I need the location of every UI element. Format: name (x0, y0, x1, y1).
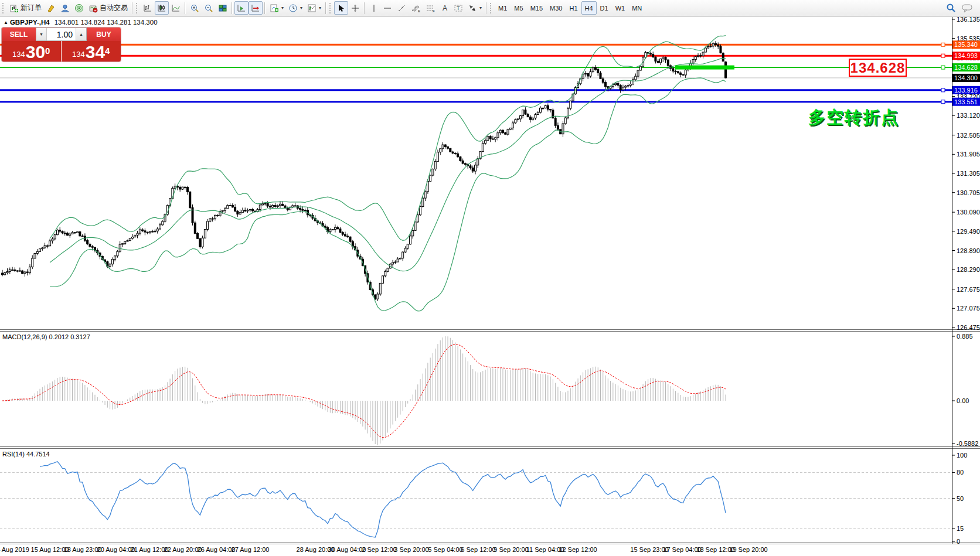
sell-price-sup: 0 (45, 41, 50, 61)
timeframe-d1-button[interactable]: D1 (597, 1, 612, 15)
channel-button[interactable]: E (409, 1, 423, 15)
time-axis[interactable]: 4 Aug 201915 Aug 12:0018 Aug 23:0020 Aug… (0, 545, 980, 555)
sell-button[interactable]: SELL (2, 28, 36, 41)
autotrade-icon (89, 4, 98, 13)
volume-decrease-button[interactable]: ▼ (36, 28, 47, 40)
time-axis-label: 17 Sep 04:00 (663, 546, 701, 553)
chart-canvas[interactable]: 136.135135.535134.920134.320133.720133.1… (0, 17, 980, 556)
y-axis-tick: 129.490 (957, 228, 980, 235)
y-axis-tick: 136.135 (957, 17, 980, 23)
timeframe-h4-button[interactable]: H4 (581, 1, 597, 15)
arrows-icon (468, 4, 477, 13)
new-order-button[interactable]: 新订单 (7, 1, 44, 15)
time-axis-label: 19 Sep 20:00 (729, 546, 767, 553)
toolbar-separator (264, 2, 266, 14)
timeframe-m30-button[interactable]: M30 (546, 1, 566, 15)
timeframe-m5-button[interactable]: M5 (511, 1, 526, 15)
rsi-axis-tick: 50 (957, 495, 964, 502)
line-handle[interactable] (941, 66, 945, 69)
cursor-button[interactable] (334, 1, 348, 15)
volume-value[interactable]: 1.00 (47, 28, 76, 40)
crayon-button[interactable] (44, 1, 58, 15)
new-order-icon (9, 4, 19, 13)
rsi-axis-tick: 80 (957, 469, 964, 476)
ohlc-values: 134.801 134.824 134.281 134.300 (55, 19, 158, 26)
tile-windows-button[interactable] (216, 1, 230, 15)
crosshair-icon (351, 4, 360, 13)
buy-price[interactable]: 134 34 4 (62, 41, 121, 62)
time-axis-label: 30 Aug 04:00 (328, 546, 366, 553)
time-axis-label: 22 Aug 20:00 (164, 546, 202, 553)
chat-icon[interactable] (962, 4, 973, 13)
indicators-button[interactable]: ▾ (267, 1, 286, 15)
line-chart-button[interactable] (169, 1, 183, 15)
y-axis-tick: 126.475 (957, 324, 980, 331)
buy-price-big: 34 (86, 43, 105, 61)
text-button[interactable]: A (438, 1, 451, 15)
auto-trading-button[interactable]: 自动交易 (86, 1, 130, 15)
price-badge-label: 133.551 (954, 98, 978, 105)
label-icon: T (454, 4, 463, 13)
y-axis-tick: 130.705 (957, 189, 980, 196)
toolbar-grip (329, 3, 333, 13)
timeframe-m1-button[interactable]: M1 (495, 1, 511, 15)
community-button[interactable] (58, 1, 72, 15)
auto-trading-label: 自动交易 (100, 3, 128, 13)
timeframe-m15-button[interactable]: M15 (527, 1, 546, 15)
timeframe-w1-button[interactable]: W1 (612, 1, 629, 15)
zoom-in-button[interactable] (188, 1, 202, 15)
bar-chart-button[interactable] (141, 1, 155, 15)
trendline-button[interactable] (394, 1, 409, 15)
bollinger-band-line (50, 78, 726, 311)
sell-price[interactable]: 134 30 0 (2, 41, 62, 62)
fibonacci-button[interactable]: F (423, 1, 438, 15)
price-level-callout[interactable]: 134.628 (849, 59, 907, 77)
timeframe-h1-button[interactable]: H1 (566, 1, 581, 15)
signals-button[interactable] (72, 1, 86, 15)
vertical-line-button[interactable] (367, 1, 380, 15)
line-handle[interactable] (941, 88, 945, 92)
macd-indicator-label: MACD(12,26,9) 0.2012 0.3127 (2, 333, 90, 340)
auto-scroll-button[interactable] (234, 1, 249, 15)
crosshair-button[interactable] (348, 1, 362, 15)
line-chart-icon (171, 4, 181, 13)
time-axis-label: 9 Sep 20:00 (494, 546, 528, 553)
clock-icon (288, 4, 298, 13)
macd-axis-tick: -0.5882 (957, 440, 978, 447)
arrows-button[interactable]: ▾ (465, 1, 484, 15)
timeframe-mn-button[interactable]: MN (628, 1, 645, 15)
main-toolbar: 新订单 自动交易 ▾ (0, 0, 980, 16)
price-badge-label: 133.916 (954, 87, 978, 94)
y-axis-tick: 127.075 (957, 305, 980, 312)
templates-button[interactable]: ▾ (305, 1, 324, 15)
line-handle[interactable] (941, 54, 945, 57)
horizontal-line-button[interactable] (380, 1, 394, 15)
search-icon[interactable] (946, 3, 956, 13)
crayon-icon (46, 4, 56, 13)
buy-button[interactable]: BUY (87, 28, 121, 41)
time-axis-label: 27 Aug 12:00 (232, 546, 270, 553)
buy-price-sup: 4 (105, 41, 110, 61)
chart-header: ▲GBPJPY-,H4134.801 134.824 134.281 134.3… (4, 19, 158, 26)
chevron-down-icon: ▾ (300, 5, 302, 11)
chart-shift-button[interactable] (249, 1, 263, 15)
text-label-button[interactable]: T (451, 1, 465, 15)
volume-increase-button[interactable]: ▲ (76, 28, 86, 40)
toolbar-separator (486, 2, 487, 14)
collapse-triangle-icon[interactable]: ▲ (4, 20, 8, 25)
support-highlight-bar[interactable] (675, 66, 734, 70)
time-axis-label: 20 Aug 04:00 (97, 546, 135, 553)
svg-text:T: T (457, 5, 460, 11)
periods-button[interactable]: ▾ (286, 1, 305, 15)
time-axis-label: 12 Sep 12:00 (559, 546, 597, 553)
rsi-axis-tick: 0 (957, 538, 960, 545)
line-handle[interactable] (941, 100, 945, 104)
zoom-out-button[interactable] (202, 1, 216, 15)
tile-windows-icon (218, 4, 227, 13)
chevron-down-icon: ▾ (319, 5, 321, 11)
price-badge-label: 135.340 (954, 41, 978, 48)
line-handle[interactable] (941, 43, 945, 46)
rsi-line (40, 462, 726, 537)
y-axis-tick: 128.290 (957, 266, 980, 273)
candlestick-chart-button[interactable] (155, 1, 169, 15)
